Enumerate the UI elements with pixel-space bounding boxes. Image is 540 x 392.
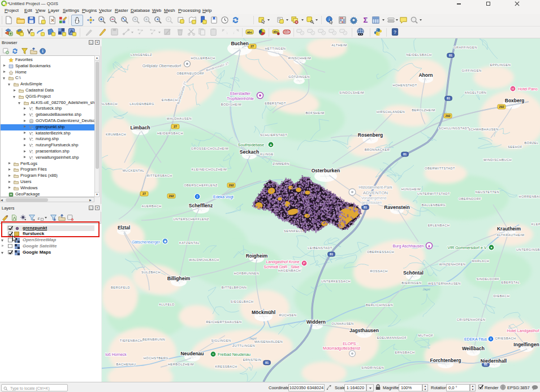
svg-text:OBERWITTSTADT: OBERWITTSTADT xyxy=(425,167,455,170)
svg-text:H: H xyxy=(512,87,514,90)
svg-text:BERGFELD: BERGFELD xyxy=(111,286,130,289)
svg-text:ZÜTTLINGEN: ZÜTTLINGEN xyxy=(232,344,255,347)
svg-text:SEEHOF: SEEHOF xyxy=(508,145,522,149)
svg-text:Histotainment-Park: Histotainment-Park xyxy=(358,185,392,189)
svg-text:AUERBACH: AUERBACH xyxy=(141,204,161,208)
svg-text:81: 81 xyxy=(330,252,333,256)
svg-text:GRAFFINGEN: GRAFFINGEN xyxy=(453,46,477,49)
svg-text:●: ● xyxy=(490,246,493,249)
svg-text:Ahorn: Ahorn xyxy=(418,72,433,78)
svg-text:Motorradgottesdienst: Motorradgottesdienst xyxy=(323,346,360,351)
svg-text:Σ: Σ xyxy=(364,16,368,24)
svg-text:ALSBACH: ALSBACH xyxy=(102,102,118,106)
svg-text:BERNBRUNN: BERNBRUNN xyxy=(142,338,165,341)
svg-text:NEUSTETTEN: NEUSTETTEN xyxy=(476,190,499,194)
svg-text:HOLLERBACH: HOLLERBACH xyxy=(191,56,215,60)
svg-text:OBERNDORF: OBERNDORF xyxy=(459,197,481,201)
svg-text:RÜCHSEN: RÜCHSEN xyxy=(279,313,296,317)
svg-text:Vorübergehend: Vorübergehend xyxy=(361,196,387,201)
svg-text:MARLACH: MARLACH xyxy=(472,259,490,263)
svg-text:ROSSACH: ROSSACH xyxy=(370,269,387,273)
svg-text:WINZENHOFEN: WINZENHOFEN xyxy=(439,263,465,266)
svg-text:geschlossen: geschlossen xyxy=(361,201,382,205)
svg-text:EDELMANNSHOF: EDELMANNSHOF xyxy=(377,336,407,339)
svg-text:Roigheim: Roigheim xyxy=(246,253,268,259)
svg-text:ADVENTON: ADVENTON xyxy=(363,190,388,195)
svg-text:Widdern: Widdern xyxy=(306,319,326,325)
svg-text:Ingelfingen: Ingelfingen xyxy=(513,342,539,347)
svg-text:SINDOLSHEIM: SINDOLSHEIM xyxy=(339,91,364,94)
svg-text:SULZBACH: SULZBACH xyxy=(141,271,161,274)
svg-text:CRISPENHOFEN: CRISPENHOFEN xyxy=(457,318,485,321)
svg-text:MAISENHÄLDEN: MAISENHÄLDEN xyxy=(254,340,283,343)
svg-text:HEIDERSBACH: HEIDERSBACH xyxy=(157,132,183,135)
svg-text:EINBACH: EINBACH xyxy=(162,98,178,102)
svg-text:Southsidebase: Southsidebase xyxy=(238,143,264,147)
svg-text:SCHWABHAUSEN: SCHWABHAUSEN xyxy=(468,128,499,131)
svg-text:Landgasthof Krone: Landgasthof Krone xyxy=(266,260,299,264)
svg-text:CRIESBACH: CRIESBACH xyxy=(495,337,516,340)
svg-text:Ravenstein: Ravenstein xyxy=(384,204,409,210)
svg-text:KRESSBACH: KRESSBACH xyxy=(215,365,237,368)
svg-text:ERNSBACH: ERNSBACH xyxy=(395,351,414,354)
svg-text:OBERNEUDORF: OBERNEUDORF xyxy=(176,72,204,75)
svg-text:81: 81 xyxy=(449,54,452,57)
svg-text:≡: ≡ xyxy=(490,337,492,341)
svg-text:HOFBRUNNEN: HOFBRUNNEN xyxy=(234,272,259,275)
svg-text:Hotel Landgasthof: Hotel Landgasthof xyxy=(507,329,539,333)
svg-text:HÜNGHEIM: HÜNGHEIM xyxy=(401,188,421,191)
svg-text:81: 81 xyxy=(364,206,367,209)
svg-text:Niedernhall: Niedernhall xyxy=(481,358,507,364)
svg-text:Möckmühl: Möckmühl xyxy=(252,310,275,315)
svg-text:Weißbach: Weißbach xyxy=(462,346,485,351)
svg-text:81: 81 xyxy=(265,361,269,364)
svg-text:292: 292 xyxy=(228,184,234,187)
svg-text:81: 81 xyxy=(447,97,450,100)
svg-text:Limbach: Limbach xyxy=(131,125,150,130)
svg-text:Edeka Vogt: Edeka Vogt xyxy=(213,195,234,199)
svg-text:P: P xyxy=(303,262,305,265)
svg-text:BEROLZHEIM: BEROLZHEIM xyxy=(412,108,435,112)
svg-text:Seckach: Seckach xyxy=(240,149,260,155)
svg-text:BITTELBRONN: BITTELBRONN xyxy=(222,286,247,289)
svg-text:KATZENTAL: KATZENTAL xyxy=(179,241,200,245)
svg-text:ELOPS ·: ELOPS · xyxy=(343,342,358,346)
svg-text:NEIDELSBACH: NEIDELSBACH xyxy=(407,53,432,56)
svg-text:?: ? xyxy=(394,29,396,35)
svg-text:GIFFINGEN: GIFFINGEN xyxy=(462,69,482,72)
svg-text:BALLENBERG: BALLENBERG xyxy=(422,203,446,207)
svg-text:BÖDIGHEIM: BÖDIGHEIM xyxy=(221,103,242,106)
svg-text:EBERSTADT: EBERSTADT xyxy=(265,102,286,105)
svg-text:MUCKENTAL: MUCKENTAL xyxy=(123,169,145,172)
svg-text:Jagsthausen: Jagsthausen xyxy=(349,328,379,333)
svg-text:OBERSCHEFFLENZ: OBERSCHEFFLENZ xyxy=(184,184,218,187)
svg-text:Osterburken: Osterburken xyxy=(312,168,340,173)
svg-text:Burg Aschhausen: Burg Aschhausen xyxy=(393,244,424,249)
svg-text:♜: ♜ xyxy=(427,245,430,248)
svg-text:WINDISCHBUCH: WINDISCHBUCH xyxy=(483,158,512,162)
svg-text:HETTINGEN: HETTINGEN xyxy=(265,47,286,50)
svg-text:SIGLINGEN: SIGLINGEN xyxy=(211,339,231,342)
svg-text:≡: ≡ xyxy=(196,195,198,198)
svg-text:Gätschenberger: Gätschenberger xyxy=(132,240,161,245)
svg-text:Neudenau: Neudenau xyxy=(180,351,204,356)
svg-text:GÖTZINGEN: GÖTZINGEN xyxy=(288,75,310,79)
svg-text:ZIMMERN: ZIMMERN xyxy=(273,162,290,165)
svg-text:EDEKA Titus: EDEKA Titus xyxy=(464,337,487,341)
svg-text:Billigheim: Billigheim xyxy=(167,276,191,281)
svg-text:HERBOLZHEIM: HERBOLZHEIM xyxy=(168,363,194,366)
svg-text:27: 27 xyxy=(174,125,177,128)
svg-text:RITTERSBACH: RITTERSBACH xyxy=(147,174,172,177)
svg-text:BÖRZEL: BÖRZEL xyxy=(524,141,538,145)
svg-text:HÖCHSTBERG: HÖCHSTBERG xyxy=(144,356,169,360)
svg-text:UNTERGINSBA: UNTERGINSBA xyxy=(516,248,540,251)
svg-text:292: 292 xyxy=(169,194,174,198)
svg-text:HORRENBACH: HORRENBACH xyxy=(519,195,540,198)
svg-text:SENNFELD: SENNFELD xyxy=(284,229,303,233)
svg-text:GROSSEICHOLZHEIM: GROSSEICHOLZHEIM xyxy=(191,147,228,150)
svg-text:SCHLIERSTADT: SCHLIERSTADT xyxy=(260,133,287,137)
svg-text:BERLICHINGEN: BERLICHINGEN xyxy=(366,303,393,307)
svg-text:loß Horneck: loß Horneck xyxy=(105,352,127,356)
svg-text:HIRSCHLANDEN: HIRSCHLANDEN xyxy=(377,110,405,114)
svg-text:292: 292 xyxy=(499,105,504,108)
